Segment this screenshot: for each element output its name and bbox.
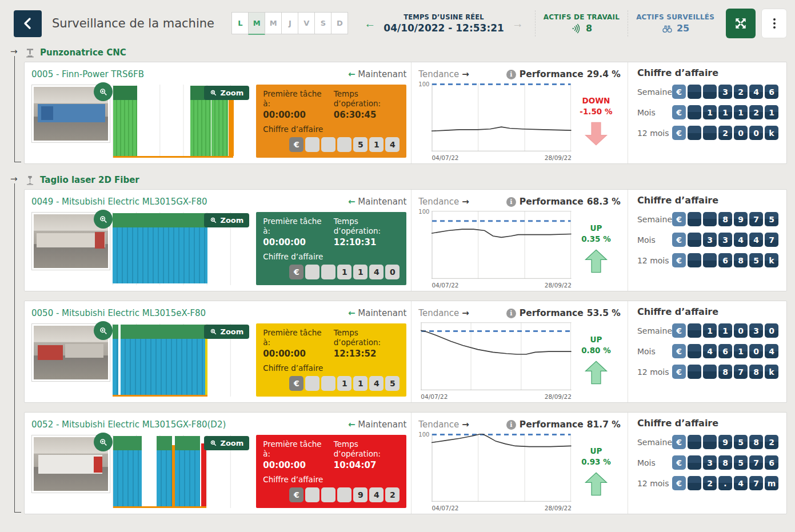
revenue-row-label: Mois xyxy=(637,235,656,245)
machine-photo[interactable] xyxy=(31,435,110,493)
machine-name-link[interactable]: 0052 - Mitsubishi Electric ML3015GX-F80(… xyxy=(31,419,226,430)
machine-name-link[interactable]: 0049 - Mitsubishi Electric ML3015GX-F80 xyxy=(31,197,207,207)
timeline-segment-cap xyxy=(113,86,137,100)
trend-delta: 0.80 % xyxy=(581,346,611,355)
revenue-pane: Chiffre d’affaire Semaine €9582 Mois €38… xyxy=(628,413,786,514)
kebab-icon xyxy=(773,18,776,21)
odometer-digit-cell: 4 xyxy=(369,487,383,502)
revenue-pane: Chiffre d’affaire Semaine €11030 Mois €4… xyxy=(628,301,786,402)
day-selector-v-4[interactable]: V xyxy=(298,12,315,34)
operation-time-label: Temps d’opération: xyxy=(334,89,400,109)
operation-time-label: Temps d’opération: xyxy=(334,328,400,347)
operation-time-label: Temps d’opération: xyxy=(334,439,400,459)
zoom-button[interactable]: Zoom xyxy=(204,213,249,227)
revenue-week-odometer: €8975 xyxy=(672,212,778,226)
info-icon[interactable]: i xyxy=(506,309,516,318)
day-selector-s-5[interactable]: S xyxy=(314,12,331,34)
odometer-digit-cell: 8 xyxy=(734,253,748,267)
revenue-title: Chiffre d’affaire xyxy=(637,418,778,429)
odometer-euro-cell: € xyxy=(672,344,686,358)
fullscreen-button[interactable] xyxy=(726,9,756,38)
more-options-button[interactable] xyxy=(761,9,787,38)
day-selector: LMMJVSD xyxy=(232,12,348,35)
zoom-button[interactable]: Zoom xyxy=(204,86,249,100)
previous-day-arrow[interactable]: ← xyxy=(361,17,379,30)
machine-activity-pane: 0005 - Finn-Power TRS6FB ← Maintenant Zo… xyxy=(25,62,411,163)
section-header: Punzonatrice CNC xyxy=(24,46,787,59)
zoom-button[interactable]: Zoom xyxy=(204,325,249,339)
revenue-row-12months: 12 mois €685k xyxy=(637,253,778,267)
punch-press-icon xyxy=(24,47,35,58)
timeline-segment-cyan xyxy=(175,436,201,506)
photo-magnifier-icon[interactable] xyxy=(94,82,113,101)
machine-photo[interactable] xyxy=(31,212,110,270)
monitored-assets-value: 25 xyxy=(677,23,689,34)
odometer-digit-cell: 4 xyxy=(749,233,763,247)
odometer-digit-cell xyxy=(688,253,701,267)
machine-photo[interactable] xyxy=(31,323,110,382)
day-selector-l-0[interactable]: L xyxy=(231,12,249,34)
odometer-digit-cell: 1 xyxy=(703,323,717,338)
day-selector-j-3[interactable]: J xyxy=(281,12,298,34)
odometer-digit-cell: 1 xyxy=(369,137,383,152)
trend-pane: Tendance → i Performance 29.4 % 100 04/0… xyxy=(411,62,628,163)
day-selector-m-1[interactable]: M xyxy=(248,12,265,35)
panel-revenue-label: Chiffre d’affaire xyxy=(263,125,400,134)
revenue-row-label: Semaine xyxy=(637,215,672,224)
revenue-row-label: 12 mois xyxy=(637,479,669,488)
factory-time-value: 04/10/2022 - 12:53:21 xyxy=(383,22,504,34)
photo-magnifier-icon[interactable] xyxy=(94,210,113,229)
revenue-month-odometer: €33447 xyxy=(672,233,778,247)
odometer-digit-cell: 1 xyxy=(353,376,367,391)
revenue-row-label: Semaine xyxy=(637,87,672,97)
photo-magnifier-icon[interactable] xyxy=(94,433,113,451)
revenue-week-odometer: €11030 xyxy=(672,323,778,338)
binoculars-icon xyxy=(661,23,673,34)
machine-photo[interactable] xyxy=(31,85,110,143)
machine-name-link[interactable]: 0005 - Finn-Power TRS6FB xyxy=(31,69,144,79)
now-label: Maintenant xyxy=(358,69,406,79)
odometer-digit-cell: 7 xyxy=(749,455,763,470)
odometer-digit-cell: 3 xyxy=(718,233,732,247)
signal-icon xyxy=(571,23,582,34)
next-day-arrow[interactable]: → xyxy=(509,17,527,30)
performance-readout: i Performance 81.7 % xyxy=(506,419,621,430)
magnifier-icon xyxy=(210,328,217,335)
revenue-title: Chiffre d’affaire xyxy=(637,306,778,317)
odometer-digit-cell: 6 xyxy=(718,253,732,267)
photo-magnifier-icon[interactable] xyxy=(94,321,113,340)
info-icon[interactable]: i xyxy=(506,197,516,207)
day-selector-m-2[interactable]: M xyxy=(265,12,282,34)
trend-indicator: UP 0.80 % xyxy=(572,322,621,400)
trend-arrow-icon xyxy=(584,358,608,387)
section-arrow-icon: → xyxy=(10,46,18,57)
machine-name-link[interactable]: 0050 - Mitsubishi Electric ML3015eX-F80 xyxy=(31,308,206,318)
odometer-digit-cell: 8 xyxy=(749,435,763,449)
odometer-digit-cell xyxy=(703,253,717,267)
back-button[interactable] xyxy=(14,10,42,37)
odometer-euro-cell: € xyxy=(672,323,686,338)
performance-readout: i Performance 29.4 % xyxy=(506,69,621,79)
odometer-digit-cell xyxy=(703,365,717,379)
odometer-digit-cell: 4 xyxy=(734,476,748,490)
odometer-digit-cell: m xyxy=(765,476,778,490)
info-icon[interactable]: i xyxy=(506,70,516,79)
operation-time-value: 12:13:52 xyxy=(334,349,400,359)
day-selector-d-6[interactable]: D xyxy=(331,12,348,34)
odometer-digit-cell: 2 xyxy=(734,85,748,99)
performance-value: 68.3 % xyxy=(587,197,621,207)
info-icon[interactable]: i xyxy=(506,420,516,430)
x-axis-end-label: 28/09/22 xyxy=(545,154,572,161)
odometer-digit-cell: k xyxy=(765,365,778,379)
odometer-digit-cell: 4 xyxy=(385,137,400,152)
zoom-button[interactable]: Zoom xyxy=(204,436,249,450)
odometer-digit-cell xyxy=(688,476,701,490)
odometer-digit-cell: 0 xyxy=(749,126,763,140)
first-task-value: 00:00:00 xyxy=(263,237,329,247)
x-axis-end-label: 28/09/22 xyxy=(545,505,572,511)
revenue-pane: Chiffre d’affaire Semaine €3246 Mois €11… xyxy=(628,62,786,163)
performance-value: 81.7 % xyxy=(587,419,621,430)
timeline-segment-green xyxy=(113,86,137,156)
timeline-segment-cap xyxy=(121,325,205,339)
revenue-12months-odometer: €878k xyxy=(672,365,778,379)
